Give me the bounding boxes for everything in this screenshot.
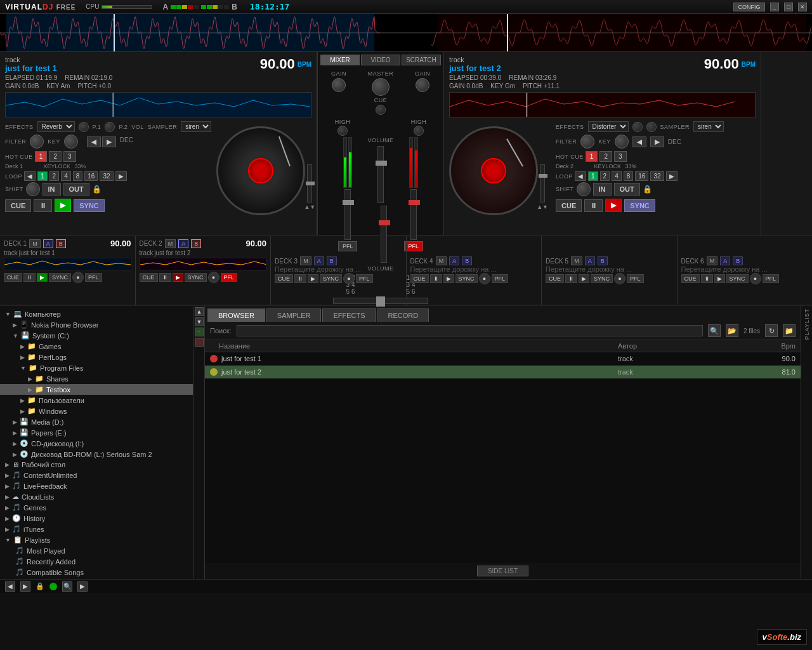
deck2-loop-16-btn[interactable]: 16: [635, 171, 648, 181]
cue-knob[interactable]: [376, 105, 386, 115]
mini-deck6-cue-btn[interactable]: CUE: [681, 274, 700, 283]
close-button[interactable]: ✕: [798, 3, 807, 11]
mini-deck1-b-btn[interactable]: B: [56, 239, 66, 248]
sidebar-remove-btn[interactable]: −: [195, 338, 204, 347]
mini-deck3-knob-btn[interactable]: ●: [343, 273, 355, 284]
sidebar-item-testbox[interactable]: ▶ 📁 Testbox: [0, 384, 193, 395]
mini-deck1-cue-btn[interactable]: CUE: [4, 273, 22, 282]
minimize-button[interactable]: _: [770, 3, 779, 11]
mini-deck4-m-btn[interactable]: M: [436, 256, 447, 265]
deck1-loop-prev-btn[interactable]: ◀: [24, 171, 36, 181]
deck1-sampler-select[interactable]: siren: [181, 121, 211, 132]
deck2-p2-knob[interactable]: [646, 122, 657, 132]
mini-deck5-pause-btn[interactable]: ⏸: [565, 274, 577, 283]
deck2-sync-btn[interactable]: SYNC: [624, 199, 655, 212]
mini-deck6-b-btn[interactable]: B: [733, 256, 743, 265]
mini-deck5-cue-btn[interactable]: CUE: [546, 274, 564, 283]
deck1-key-knob[interactable]: [64, 135, 78, 149]
deck1-loop-4-btn[interactable]: 4: [61, 171, 71, 181]
restore-button[interactable]: □: [784, 3, 793, 11]
deck2-shift-knob[interactable]: [577, 182, 591, 196]
deck2-pause-btn[interactable]: ⏸: [584, 199, 603, 212]
mini-deck2-pfl-btn[interactable]: PFL: [221, 273, 238, 282]
mini-deck5-sync-btn[interactable]: SYNC: [591, 274, 613, 283]
mini-deck1-waveform[interactable]: [4, 258, 131, 270]
deck1-shift-knob[interactable]: [26, 182, 40, 196]
side-list-button[interactable]: SIDE LIST: [477, 566, 528, 576]
deck2-in-btn[interactable]: IN: [593, 183, 612, 196]
sidebar-item-papers-e[interactable]: ▶ 💾 Papers (E:): [0, 427, 193, 438]
deck2-sampler-select[interactable]: siren: [693, 121, 724, 132]
deck2-loop-2-btn[interactable]: 2: [600, 171, 610, 181]
sidebar-item-system-c[interactable]: ▼ 💾 System (C:): [0, 330, 193, 341]
crossfader-track[interactable]: [333, 298, 428, 304]
mini-deck4-cue-btn[interactable]: CUE: [410, 274, 429, 283]
deck1-pause-btn[interactable]: ⏸: [34, 199, 52, 212]
mini-deck2-knob-btn[interactable]: ●: [208, 272, 219, 283]
sidebar-item-my-videos[interactable]: ▶ 🎬 Мои видеозаписи: [0, 578, 193, 579]
sidebar-item-playlists[interactable]: ▼ 📋 Playlists: [0, 534, 193, 545]
deck2-key-knob[interactable]: [615, 135, 629, 149]
mini-deck3-pfl-btn[interactable]: PFL: [356, 274, 373, 283]
deck1-mini-waveform[interactable]: [5, 92, 311, 117]
deck2-next-btn[interactable]: ▶: [650, 136, 664, 147]
deck1-hc1-btn[interactable]: 1: [35, 151, 48, 162]
mini-deck3-play-btn[interactable]: ▶: [308, 274, 318, 283]
sidebar-scroll-up-btn[interactable]: ▲: [195, 307, 204, 316]
deck1-loop-8-btn[interactable]: 8: [73, 171, 83, 181]
mini-deck4-pfl-btn[interactable]: PFL: [492, 274, 509, 283]
deck2-loop-1-btn[interactable]: 1: [588, 171, 598, 181]
deck1-loop-next-btn[interactable]: ▶: [115, 171, 127, 181]
sidebar-scroll-down-btn[interactable]: ▼: [195, 317, 204, 326]
mini-deck3-b-btn[interactable]: B: [327, 256, 337, 265]
mini-deck3-sync-btn[interactable]: SYNC: [320, 274, 342, 283]
deck1-p2-knob[interactable]: [105, 122, 115, 132]
mini-deck6-sync-btn[interactable]: SYNC: [726, 274, 749, 283]
mini-deck2-play-btn[interactable]: ▶: [173, 273, 183, 282]
deck2-hc2-btn[interactable]: 2: [599, 151, 612, 162]
mini-deck4-pause-btn[interactable]: ⏸: [430, 274, 442, 283]
bottom-nav-btn[interactable]: ▶: [77, 581, 88, 592]
deck1-in-btn[interactable]: IN: [43, 183, 61, 196]
sidebar-item-windows[interactable]: ▶ 📁 Windows: [0, 406, 193, 416]
deck1-cue-btn[interactable]: CUE: [5, 199, 31, 212]
deck1-prev-btn[interactable]: ◀: [87, 136, 101, 147]
file-row[interactable]: just for test 2 track 81.0: [205, 366, 801, 379]
fader-track-l[interactable]: [344, 189, 351, 240]
deck2-out-btn[interactable]: OUT: [614, 183, 640, 196]
deck2-play-btn[interactable]: ▶: [605, 199, 622, 212]
deck2-filter-knob[interactable]: [580, 135, 594, 149]
mini-deck4-a-btn[interactable]: A: [449, 256, 459, 265]
sidebar-item-compatible-songs[interactable]: 🎵 Compatible Songs: [0, 567, 193, 578]
mini-deck1-sync-btn[interactable]: SYNC: [49, 273, 71, 282]
browser-tab-browser[interactable]: BROWSER: [207, 308, 265, 322]
browser-tab-record[interactable]: RECORD: [377, 308, 429, 322]
bottom-left-btn[interactable]: ◀: [5, 581, 15, 592]
mixer-tab-video[interactable]: VIDEO: [361, 55, 400, 65]
sidebar-item-content-unlimited[interactable]: ▶ 🎵 ContentUnlimited: [0, 470, 193, 481]
bottom-search-btn[interactable]: 🔍: [62, 581, 72, 592]
mixer-tab-scratch[interactable]: SCRATCH: [402, 55, 441, 65]
sidebar-item-users[interactable]: ▶ 📁 Пользователи: [0, 395, 193, 406]
col-header-name[interactable]: Название: [219, 342, 618, 350]
deck1-loop-1-btn[interactable]: 1: [37, 171, 48, 181]
mini-deck3-a-btn[interactable]: A: [314, 256, 324, 265]
deck2-pitch-slider[interactable]: [540, 164, 545, 202]
deck1-filter-knob[interactable]: [30, 135, 44, 149]
mini-deck6-m-btn[interactable]: M: [707, 256, 718, 265]
mini-deck4-b-btn[interactable]: B: [462, 256, 472, 265]
deck2-effect-select[interactable]: Distorter: [588, 121, 629, 132]
sidebar-item-computer[interactable]: ▼ 💻 Компьютер: [0, 308, 193, 319]
deck2-loop-32-btn[interactable]: 32: [650, 171, 664, 181]
sidebar-item-program-files[interactable]: ▼ 📁 Program Files: [0, 362, 193, 373]
browser-tab-sampler[interactable]: SAMPLER: [266, 308, 322, 322]
sidebar-item-recently-added[interactable]: 🎵 Recently Added: [0, 556, 193, 567]
sidebar-item-genres[interactable]: ▶ 🎵 Genres: [0, 502, 193, 513]
mini-deck4-knob-btn[interactable]: ●: [479, 273, 490, 284]
gain-knob-l[interactable]: [332, 78, 346, 92]
sidebar-item-nokia[interactable]: ▶ 📱 Nokia Phone Browser: [0, 319, 193, 330]
mini-deck2-b-btn[interactable]: B: [191, 239, 201, 248]
deck1-hc3-btn[interactable]: 3: [63, 151, 76, 162]
mini-deck2-waveform[interactable]: [140, 258, 267, 270]
mini-deck2-a-btn[interactable]: A: [178, 239, 188, 248]
